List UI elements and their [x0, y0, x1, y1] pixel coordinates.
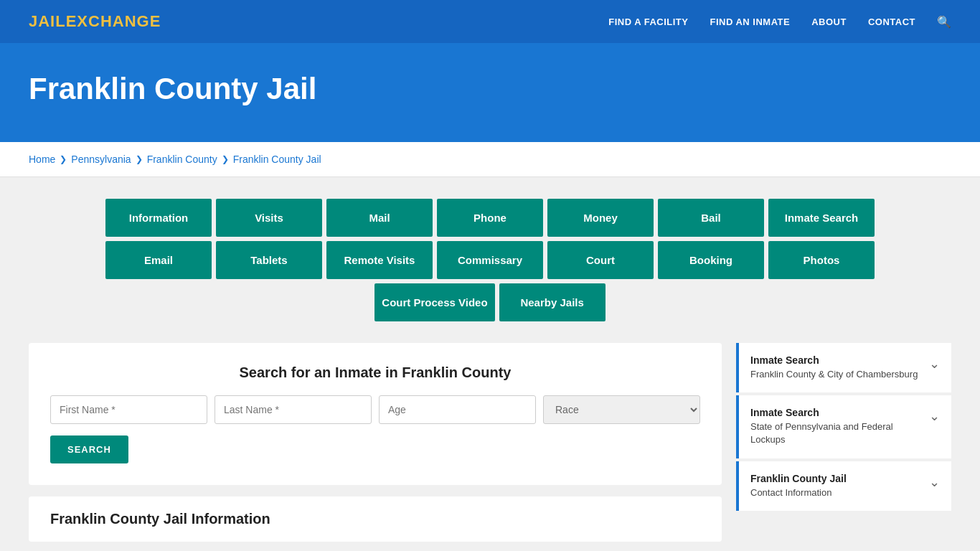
breadcrumb-bar: Home ❯ Pennsylvania ❯ Franklin County ❯ …	[0, 142, 980, 177]
btn-court-process-video[interactable]: Court Process Video	[374, 283, 494, 321]
sidebar-item-3[interactable]: Franklin County Jail Contact Information…	[736, 461, 951, 511]
nav-find-inmate[interactable]: FIND AN INMATE	[710, 17, 790, 27]
content-columns: Search for an Inmate in Franklin County …	[29, 343, 951, 542]
hero-section: Franklin County Jail	[0, 43, 980, 142]
info-section-title: Franklin County Jail Information	[50, 511, 700, 527]
right-sidebar: Inmate Search Franklin County & City of …	[736, 343, 951, 514]
grid-row-3: Court Process Video Nearby Jails	[374, 283, 605, 321]
btn-bail[interactable]: Bail	[658, 199, 764, 237]
breadcrumb: Home ❯ Pennsylvania ❯ Franklin County ❯ …	[29, 154, 951, 165]
sidebar-item-3-subtitle: Contact Information	[750, 486, 922, 499]
btn-commissary[interactable]: Commissary	[437, 241, 543, 279]
logo-jail: JAIL	[29, 12, 66, 30]
nav-contact[interactable]: CONTACT	[868, 17, 915, 27]
breadcrumb-home[interactable]: Home	[29, 154, 55, 165]
btn-inmate-search[interactable]: Inmate Search	[768, 199, 875, 237]
main-area: Information Visits Mail Phone Money Bail…	[0, 177, 980, 551]
first-name-input[interactable]	[50, 395, 207, 424]
last-name-input[interactable]	[215, 395, 372, 424]
sidebar-item-1-title: Inmate Search	[750, 354, 922, 366]
btn-information[interactable]: Information	[105, 199, 212, 237]
breadcrumb-franklin-county[interactable]: Franklin County	[147, 154, 217, 165]
btn-visits[interactable]: Visits	[216, 199, 322, 237]
btn-booking[interactable]: Booking	[658, 241, 764, 279]
sidebar-item-1-text: Inmate Search Franklin County & City of …	[750, 354, 922, 381]
page-title: Franklin County Jail	[29, 72, 951, 106]
btn-phone[interactable]: Phone	[437, 199, 543, 237]
sidebar-item-1[interactable]: Inmate Search Franklin County & City of …	[736, 343, 951, 392]
chevron-down-icon: ⌄	[929, 356, 940, 372]
grid-row-1: Information Visits Mail Phone Money Bail…	[105, 199, 875, 237]
grid-row-2: Email Tablets Remote Visits Commissary C…	[105, 241, 875, 279]
sidebar-item-1-subtitle: Franklin County & City of Chambersburg	[750, 368, 922, 381]
sidebar-item-2-text: Inmate Search State of Pennsylvania and …	[750, 407, 922, 446]
navigation: FIND A FACILITY FIND AN INMATE ABOUT CON…	[608, 15, 951, 29]
sidebar-item-3-title: Franklin County Jail	[750, 473, 922, 484]
btn-email[interactable]: Email	[105, 241, 212, 279]
logo[interactable]: JAILEXCHANGE	[29, 12, 161, 31]
logo-exchange: EXCHANGE	[66, 12, 161, 30]
breadcrumb-franklin-jail[interactable]: Franklin County Jail	[233, 154, 321, 165]
chevron-down-icon-2: ⌄	[929, 408, 940, 424]
btn-nearby-jails[interactable]: Nearby Jails	[499, 283, 606, 321]
header: JAILEXCHANGE FIND A FACILITY FIND AN INM…	[0, 0, 980, 43]
btn-photos[interactable]: Photos	[768, 241, 875, 279]
sidebar-item-2[interactable]: Inmate Search State of Pennsylvania and …	[736, 395, 951, 458]
sidebar-item-2-title: Inmate Search	[750, 407, 922, 418]
search-fields: Race White Black Hispanic Asian Other	[50, 395, 700, 424]
nav-about[interactable]: ABOUT	[811, 17, 847, 27]
sidebar-item-3-text: Franklin County Jail Contact Information	[750, 473, 922, 499]
btn-money[interactable]: Money	[547, 199, 654, 237]
chevron-down-icon-3: ⌄	[929, 474, 940, 490]
search-icon[interactable]: 🔍	[937, 15, 951, 29]
breadcrumb-sep-3: ❯	[222, 154, 229, 164]
search-box-title: Search for an Inmate in Franklin County	[50, 364, 700, 381]
info-section: Franklin County Jail Information	[29, 496, 722, 542]
nav-find-facility[interactable]: FIND A FACILITY	[608, 17, 688, 27]
race-select[interactable]: Race White Black Hispanic Asian Other	[543, 395, 700, 424]
search-button[interactable]: SEARCH	[50, 435, 128, 463]
sidebar-item-2-subtitle: State of Pennsylvania and Federal Lockup…	[750, 420, 922, 446]
navigation-grid: Information Visits Mail Phone Money Bail…	[29, 199, 951, 321]
age-input[interactable]	[379, 395, 536, 424]
breadcrumb-sep-2: ❯	[136, 154, 143, 164]
btn-court[interactable]: Court	[547, 241, 654, 279]
btn-mail[interactable]: Mail	[326, 199, 433, 237]
btn-remote-visits[interactable]: Remote Visits	[326, 241, 433, 279]
btn-tablets[interactable]: Tablets	[216, 241, 322, 279]
breadcrumb-sep-1: ❯	[60, 154, 67, 164]
left-column: Search for an Inmate in Franklin County …	[29, 343, 722, 542]
inmate-search-box: Search for an Inmate in Franklin County …	[29, 343, 722, 485]
breadcrumb-pennsylvania[interactable]: Pennsylvania	[71, 154, 131, 165]
